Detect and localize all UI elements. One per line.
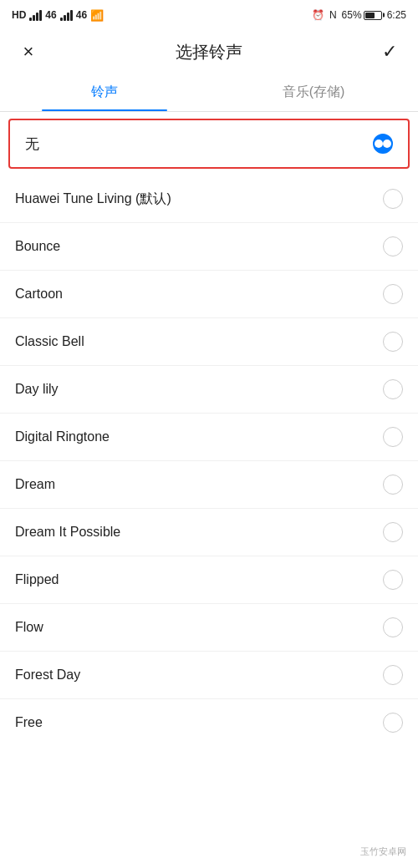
list-item[interactable]: Flipped: [0, 556, 418, 604]
list-item[interactable]: Cartoon: [0, 271, 418, 318]
radio-unselected-icon: [383, 713, 403, 733]
tab-ringtone[interactable]: 铃声: [0, 74, 209, 111]
watermark: 玉竹安卓网: [357, 844, 410, 860]
ringtone-name: Day lily: [15, 382, 59, 397]
status-network: HD 46 46 📶: [12, 9, 104, 22]
ringtone-name: Digital Ringtone: [15, 429, 110, 444]
radio-selected-icon: [373, 134, 393, 154]
wifi-icon: 📶: [90, 9, 104, 22]
tab-music-label: 音乐(存储): [283, 84, 345, 99]
time: 6:25: [387, 9, 406, 21]
radio-unselected-icon: [383, 617, 403, 637]
ringtone-name: Flow: [15, 620, 43, 635]
list-item[interactable]: Huawei Tune Living (默认): [0, 175, 418, 223]
selected-none-label: 无: [25, 135, 39, 154]
list-item[interactable]: Classic Bell: [0, 318, 418, 366]
close-button[interactable]: ×: [15, 38, 42, 65]
battery-fill: [365, 13, 375, 18]
notification-icon: N: [329, 9, 337, 21]
tab-ringtone-label: 铃声: [91, 84, 118, 99]
page-title: 选择铃声: [176, 41, 242, 63]
radio-unselected-icon: [383, 570, 403, 590]
ringtone-name: Dream: [15, 477, 55, 492]
battery-container: 65%: [342, 9, 382, 21]
list-item[interactable]: Day lily: [0, 366, 418, 414]
list-item[interactable]: Forest Day: [0, 652, 418, 699]
radio-unselected-icon: [383, 665, 403, 685]
header: × 选择铃声 ✓: [0, 30, 418, 74]
ringtone-name: Dream It Possible: [15, 525, 120, 540]
radio-unselected-icon: [383, 522, 403, 542]
ringtone-name: Classic Bell: [15, 334, 84, 349]
ringtone-name: Huawei Tune Living (默认): [15, 190, 171, 208]
tab-music[interactable]: 音乐(存储): [209, 74, 418, 111]
list-item[interactable]: Dream It Possible: [0, 509, 418, 556]
ringtone-list: Huawei Tune Living (默认) Bounce Cartoon C…: [0, 175, 418, 746]
confirm-button[interactable]: ✓: [376, 38, 403, 65]
radio-unselected-icon: [383, 189, 403, 209]
list-item[interactable]: Free: [0, 699, 418, 746]
signal-label-2: 46: [76, 9, 87, 21]
ringtone-name: Flipped: [15, 572, 59, 587]
list-item[interactable]: Digital Ringtone: [0, 414, 418, 461]
list-item[interactable]: Bounce: [0, 223, 418, 271]
ringtone-name: Bounce: [15, 239, 60, 254]
radio-unselected-icon: [383, 427, 403, 447]
radio-unselected-icon: [383, 284, 403, 304]
signal-icon: [29, 9, 42, 21]
selected-none-item[interactable]: 无: [8, 119, 410, 169]
status-right: ⏰ N 65% 6:25: [312, 9, 406, 21]
radio-inner: [375, 140, 383, 148]
ringtone-name: Cartoon: [15, 287, 63, 302]
radio-unselected-icon: [383, 475, 403, 495]
radio-unselected-icon: [383, 379, 403, 399]
battery-percent: 65%: [342, 9, 362, 21]
battery-icon: [364, 11, 382, 20]
ringtone-name: Free: [15, 715, 43, 730]
list-item[interactable]: Dream: [0, 461, 418, 509]
alarm-icon: ⏰: [312, 9, 324, 21]
list-item[interactable]: Flow: [0, 604, 418, 652]
signal-icon-2: [60, 9, 73, 21]
radio-unselected-icon: [383, 332, 403, 352]
signal-label: 46: [45, 9, 56, 21]
status-bar: HD 46 46 📶 ⏰ N 65% 6:25: [0, 0, 418, 30]
tabs: 铃声 音乐(存储): [0, 74, 418, 112]
radio-unselected-icon: [383, 236, 403, 256]
ringtone-name: Forest Day: [15, 667, 80, 683]
network-type: HD: [12, 9, 26, 21]
